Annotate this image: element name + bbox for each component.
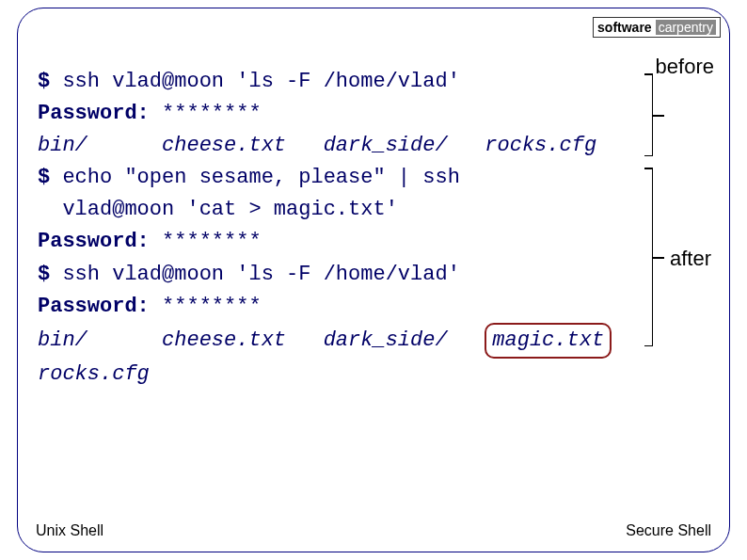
ls-output: bin/ cheese.txt dark_side/ <box>38 328 485 352</box>
password-value: ******** <box>150 230 262 253</box>
prompt: $ <box>38 70 50 93</box>
password-label: Password: <box>38 102 150 125</box>
logo-word1: software <box>597 20 652 35</box>
term-line-9: bin/ cheese.txt dark_side/ magic.txt <box>38 323 640 359</box>
term-line-6: Password: ******** <box>38 226 640 258</box>
logo-box: software carpentry <box>593 17 721 38</box>
cmd: ssh vlad@moon 'ls -F /home/vlad' <box>50 70 460 93</box>
term-line-8: Password: ******** <box>38 291 640 323</box>
term-line-4: $ echo "open sesame, please" | ssh <box>38 162 640 194</box>
footer-right: Secure Shell <box>626 522 711 539</box>
term-line-7: $ ssh vlad@moon 'ls -F /home/vlad' <box>38 259 640 291</box>
annotation-before: before <box>656 55 714 79</box>
password-label: Password: <box>38 295 150 318</box>
logo-word2: carpentry <box>656 20 716 35</box>
terminal-block: $ ssh vlad@moon 'ls -F /home/vlad' Passw… <box>38 66 640 391</box>
term-line-3: bin/ cheese.txt dark_side/ rocks.cfg <box>38 130 640 162</box>
term-line-2: Password: ******** <box>38 98 640 130</box>
annotation-after: after <box>670 247 711 271</box>
footer-left: Unix Shell <box>36 522 103 539</box>
bracket-nib-after <box>653 257 664 259</box>
password-value: ******** <box>150 102 262 125</box>
bracket-before <box>644 73 653 156</box>
password-label: Password: <box>38 230 150 253</box>
term-line-10: rocks.cfg <box>38 359 640 391</box>
cmd: ssh vlad@moon 'ls -F /home/vlad' <box>50 263 460 286</box>
cmd: echo "open sesame, please" | ssh <box>50 166 460 189</box>
term-line-1: $ ssh vlad@moon 'ls -F /home/vlad' <box>38 66 640 98</box>
highlight-magic: magic.txt <box>485 323 612 359</box>
prompt: $ <box>38 263 50 286</box>
prompt: $ <box>38 166 50 189</box>
term-line-5: vlad@moon 'cat > magic.txt' <box>38 194 640 226</box>
bracket-nib-before <box>653 115 664 117</box>
bracket-after <box>644 168 653 346</box>
password-value: ******** <box>150 295 262 318</box>
